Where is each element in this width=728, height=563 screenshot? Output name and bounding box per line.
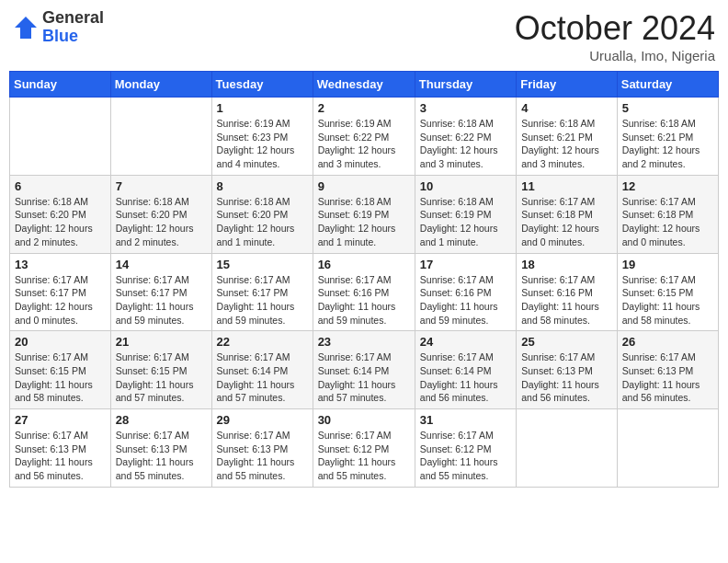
calendar-cell: 18Sunrise: 6:17 AM Sunset: 6:16 PM Dayli… <box>517 253 618 331</box>
calendar-week-row: 20Sunrise: 6:17 AM Sunset: 6:15 PM Dayli… <box>10 331 719 409</box>
day-number: 16 <box>318 258 410 271</box>
day-info: Sunrise: 6:19 AM Sunset: 6:23 PM Dayligh… <box>217 117 308 171</box>
calendar-cell: 23Sunrise: 6:17 AM Sunset: 6:14 PM Dayli… <box>313 331 415 409</box>
day-info: Sunrise: 6:17 AM Sunset: 6:13 PM Dayligh… <box>116 429 207 483</box>
calendar-cell: 30Sunrise: 6:17 AM Sunset: 6:12 PM Dayli… <box>313 409 415 488</box>
calendar-cell: 24Sunrise: 6:17 AM Sunset: 6:14 PM Dayli… <box>415 331 516 409</box>
day-info: Sunrise: 6:17 AM Sunset: 6:13 PM Dayligh… <box>622 350 713 405</box>
day-number: 27 <box>15 413 106 427</box>
day-of-week-header: Sunday <box>10 72 111 98</box>
calendar-cell: 11Sunrise: 6:17 AM Sunset: 6:18 PM Dayli… <box>517 175 618 253</box>
day-info: Sunrise: 6:19 AM Sunset: 6:22 PM Dayligh… <box>318 117 410 171</box>
calendar-cell <box>517 409 618 488</box>
day-info: Sunrise: 6:17 AM Sunset: 6:14 PM Dayligh… <box>318 350 410 405</box>
day-info: Sunrise: 6:17 AM Sunset: 6:17 PM Dayligh… <box>15 273 106 327</box>
day-info: Sunrise: 6:17 AM Sunset: 6:15 PM Dayligh… <box>15 350 106 405</box>
day-number: 25 <box>521 335 612 349</box>
day-number: 10 <box>420 179 511 193</box>
calendar-cell: 1Sunrise: 6:19 AM Sunset: 6:23 PM Daylig… <box>211 98 313 176</box>
day-info: Sunrise: 6:18 AM Sunset: 6:19 PM Dayligh… <box>318 195 410 249</box>
calendar-cell <box>10 98 111 176</box>
calendar-cell: 7Sunrise: 6:18 AM Sunset: 6:20 PM Daylig… <box>110 175 211 253</box>
day-info: Sunrise: 6:17 AM Sunset: 6:16 PM Dayligh… <box>521 273 612 327</box>
day-number: 31 <box>420 413 511 427</box>
day-info: Sunrise: 6:17 AM Sunset: 6:16 PM Dayligh… <box>318 273 410 327</box>
day-info: Sunrise: 6:18 AM Sunset: 6:20 PM Dayligh… <box>15 195 106 249</box>
day-of-week-header: Friday <box>517 72 618 98</box>
day-info: Sunrise: 6:17 AM Sunset: 6:15 PM Dayligh… <box>622 273 713 327</box>
calendar-cell: 10Sunrise: 6:18 AM Sunset: 6:19 PM Dayli… <box>415 175 516 253</box>
day-number: 12 <box>622 179 713 193</box>
page-header: General Blue October 2024 Urualla, Imo, … <box>9 9 719 63</box>
day-info: Sunrise: 6:17 AM Sunset: 6:18 PM Dayligh… <box>622 195 713 249</box>
day-info: Sunrise: 6:18 AM Sunset: 6:22 PM Dayligh… <box>420 117 511 171</box>
calendar-cell: 2Sunrise: 6:19 AM Sunset: 6:22 PM Daylig… <box>313 98 415 176</box>
day-info: Sunrise: 6:18 AM Sunset: 6:19 PM Dayligh… <box>420 195 511 249</box>
calendar-cell: 4Sunrise: 6:18 AM Sunset: 6:21 PM Daylig… <box>517 98 618 176</box>
month-title: October 2024 <box>515 9 715 48</box>
day-number: 20 <box>15 335 106 349</box>
calendar-cell: 31Sunrise: 6:17 AM Sunset: 6:12 PM Dayli… <box>415 409 516 488</box>
day-number: 4 <box>521 101 612 115</box>
day-number: 13 <box>15 258 106 271</box>
calendar-header-row: SundayMondayTuesdayWednesdayThursdayFrid… <box>10 72 719 98</box>
calendar-table: SundayMondayTuesdayWednesdayThursdayFrid… <box>9 71 719 488</box>
day-number: 1 <box>217 101 308 115</box>
calendar-week-row: 6Sunrise: 6:18 AM Sunset: 6:20 PM Daylig… <box>10 175 719 253</box>
day-info: Sunrise: 6:17 AM Sunset: 6:17 PM Dayligh… <box>116 273 207 327</box>
calendar-cell: 14Sunrise: 6:17 AM Sunset: 6:17 PM Dayli… <box>110 253 211 331</box>
calendar-cell: 22Sunrise: 6:17 AM Sunset: 6:14 PM Dayli… <box>211 331 313 409</box>
calendar-cell: 17Sunrise: 6:17 AM Sunset: 6:16 PM Dayli… <box>415 253 516 331</box>
day-number: 30 <box>318 413 410 427</box>
day-number: 5 <box>622 101 713 115</box>
day-number: 3 <box>420 101 511 115</box>
day-info: Sunrise: 6:17 AM Sunset: 6:14 PM Dayligh… <box>217 350 308 405</box>
calendar-cell: 19Sunrise: 6:17 AM Sunset: 6:15 PM Dayli… <box>617 253 718 331</box>
calendar-week-row: 1Sunrise: 6:19 AM Sunset: 6:23 PM Daylig… <box>10 98 719 176</box>
day-number: 19 <box>622 258 713 271</box>
logo-icon <box>13 15 39 40</box>
calendar-cell: 12Sunrise: 6:17 AM Sunset: 6:18 PM Dayli… <box>617 175 718 253</box>
day-number: 23 <box>318 335 410 349</box>
day-of-week-header: Thursday <box>415 72 516 98</box>
day-info: Sunrise: 6:17 AM Sunset: 6:13 PM Dayligh… <box>217 429 308 483</box>
calendar-cell: 29Sunrise: 6:17 AM Sunset: 6:13 PM Dayli… <box>211 409 313 488</box>
day-info: Sunrise: 6:17 AM Sunset: 6:18 PM Dayligh… <box>521 195 612 249</box>
day-info: Sunrise: 6:17 AM Sunset: 6:12 PM Dayligh… <box>318 429 410 483</box>
logo-general: General <box>42 9 104 28</box>
day-number: 17 <box>420 258 511 271</box>
calendar-cell <box>617 409 718 488</box>
calendar-cell: 6Sunrise: 6:18 AM Sunset: 6:20 PM Daylig… <box>10 175 111 253</box>
calendar-week-row: 13Sunrise: 6:17 AM Sunset: 6:17 PM Dayli… <box>10 253 719 331</box>
day-of-week-header: Wednesday <box>313 72 415 98</box>
location: Urualla, Imo, Nigeria <box>515 48 715 63</box>
day-number: 14 <box>116 258 207 271</box>
calendar-cell: 13Sunrise: 6:17 AM Sunset: 6:17 PM Dayli… <box>10 253 111 331</box>
day-of-week-header: Monday <box>110 72 211 98</box>
svg-marker-0 <box>15 17 37 39</box>
day-number: 6 <box>15 179 106 193</box>
day-info: Sunrise: 6:18 AM Sunset: 6:20 PM Dayligh… <box>217 195 308 249</box>
day-number: 28 <box>116 413 207 427</box>
calendar-cell: 9Sunrise: 6:18 AM Sunset: 6:19 PM Daylig… <box>313 175 415 253</box>
calendar-cell: 16Sunrise: 6:17 AM Sunset: 6:16 PM Dayli… <box>313 253 415 331</box>
day-info: Sunrise: 6:17 AM Sunset: 6:14 PM Dayligh… <box>420 350 511 405</box>
day-info: Sunrise: 6:17 AM Sunset: 6:15 PM Dayligh… <box>116 350 207 405</box>
day-info: Sunrise: 6:18 AM Sunset: 6:20 PM Dayligh… <box>116 195 207 249</box>
day-info: Sunrise: 6:17 AM Sunset: 6:13 PM Dayligh… <box>15 429 106 483</box>
calendar-cell: 3Sunrise: 6:18 AM Sunset: 6:22 PM Daylig… <box>415 98 516 176</box>
day-number: 22 <box>217 335 308 349</box>
day-number: 9 <box>318 179 410 193</box>
day-number: 18 <box>521 258 612 271</box>
day-of-week-header: Saturday <box>617 72 718 98</box>
day-number: 11 <box>521 179 612 193</box>
day-info: Sunrise: 6:18 AM Sunset: 6:21 PM Dayligh… <box>521 117 612 171</box>
day-number: 26 <box>622 335 713 349</box>
day-info: Sunrise: 6:18 AM Sunset: 6:21 PM Dayligh… <box>622 117 713 171</box>
title-block: October 2024 Urualla, Imo, Nigeria <box>515 9 715 63</box>
day-number: 7 <box>116 179 207 193</box>
day-info: Sunrise: 6:17 AM Sunset: 6:13 PM Dayligh… <box>521 350 612 405</box>
day-number: 21 <box>116 335 207 349</box>
day-info: Sunrise: 6:17 AM Sunset: 6:12 PM Dayligh… <box>420 429 511 483</box>
day-number: 2 <box>318 101 410 115</box>
